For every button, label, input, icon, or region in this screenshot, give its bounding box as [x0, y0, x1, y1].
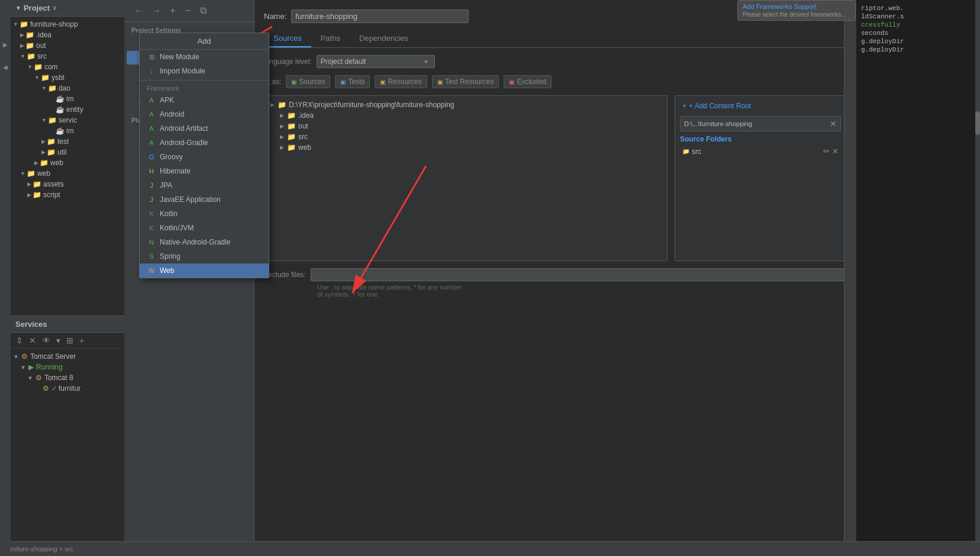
- tree-assets[interactable]: ▶ 📁 assets: [11, 179, 134, 189]
- source-folders-section: Source Folders 📁 src ✏ ✕: [680, 135, 841, 157]
- service-tomcat8[interactable]: ▼ ⚙ Tomcat 8: [11, 372, 134, 383]
- framework-android-artifact[interactable]: A Android Artifact: [140, 121, 269, 136]
- sf-src-item: 📁 src ✏ ✕: [680, 146, 841, 157]
- services-add-btn[interactable]: +: [78, 335, 86, 346]
- ft-idea[interactable]: ▶ 📁 .idea: [268, 110, 663, 121]
- ft-idea-label: .idea: [298, 111, 314, 120]
- import-module-item[interactable]: ↓ Import Module: [140, 64, 269, 78]
- tree-root[interactable]: ▼ 📁 furniture-shopp: [11, 19, 134, 30]
- framework-spring[interactable]: S Spring: [140, 249, 269, 263]
- language-level-row: language level: Project default ▼: [264, 55, 846, 68]
- remove-button[interactable]: −: [182, 4, 193, 18]
- framework-apk[interactable]: A APK: [140, 93, 269, 107]
- tree-idea[interactable]: ▶ 📁 .idea: [11, 30, 134, 40]
- source-folders-title: Source Folders: [680, 135, 841, 143]
- notif-title: Add Frameworks Support: [743, 3, 850, 10]
- framework-android-gradle[interactable]: A Android-Gradle: [140, 136, 269, 150]
- service-tomcat-server[interactable]: ▼ ⚙ Tomcat Server: [11, 351, 134, 362]
- framework-kotlin[interactable]: K Kotlin: [140, 207, 269, 221]
- lang-label: language level:: [264, 57, 312, 66]
- tree-web-label: web: [37, 169, 50, 178]
- framework-kotlin-jvm[interactable]: K Kotlin/JVM: [140, 221, 269, 235]
- native-android-gradle-label: Native-Android-Gradle: [160, 238, 230, 246]
- ft-web[interactable]: ▶ 📁 web: [268, 142, 663, 153]
- console-line-1: riptor.web.: [861, 5, 975, 12]
- mark-as-excluded-btn[interactable]: ▣ Excluded: [504, 75, 551, 88]
- mark-as-tests-btn[interactable]: ▣ Tests: [335, 75, 370, 88]
- left-icon-btn-1[interactable]: ▶: [1, 36, 9, 53]
- dialog-right-panel: Name: Sources Paths Dependencies languag…: [254, 0, 856, 556]
- ft-root[interactable]: ▶ 📁 D:\YRX\project\furniture-shopping\fu…: [268, 99, 663, 110]
- tree-ysbt[interactable]: ▼ 📁 ysbt: [11, 72, 134, 83]
- apk-icon: A: [147, 95, 156, 105]
- kotlin-icon: K: [147, 209, 156, 218]
- tab-paths[interactable]: Paths: [311, 30, 350, 47]
- service-furnitur[interactable]: ⚙ ✓ furnitur: [11, 383, 134, 394]
- tree-servic[interactable]: ▼ 📁 servic: [11, 115, 134, 126]
- add-menu-title: Add: [140, 33, 269, 50]
- tree-util[interactable]: ▶ 📁 util: [11, 147, 134, 158]
- framework-section-label: Framework: [140, 82, 269, 93]
- service-running[interactable]: ▼ ▶ Running: [11, 362, 134, 372]
- left-icon-btn-2[interactable]: ◀: [1, 58, 9, 76]
- breadcrumb-text: furniture-shopping > src: [5, 545, 73, 552]
- hibernate-icon: H: [147, 166, 156, 176]
- framework-android[interactable]: A Android: [140, 107, 269, 121]
- mark-as-resources-btn[interactable]: ▣ Resources: [375, 75, 427, 88]
- add-content-root-btn[interactable]: + + Add Content Root: [680, 101, 753, 111]
- tree-test[interactable]: ▶ 📁 test: [11, 136, 134, 147]
- tree-entity[interactable]: ☕ entity: [11, 104, 134, 115]
- mark-as-test-resources-btn[interactable]: ▣ Test Resources: [432, 75, 499, 88]
- tree-servic-im[interactable]: ☕ im: [11, 126, 134, 136]
- right-scrollbar[interactable]: [975, 0, 980, 556]
- tab-dependencies[interactable]: Dependencies: [350, 30, 418, 47]
- tab-sources[interactable]: Sources: [264, 30, 311, 47]
- services-expand-btn[interactable]: ⇕: [14, 335, 25, 346]
- tree-dao[interactable]: ▼ 📁 dao: [11, 83, 134, 94]
- services-filter-btn[interactable]: ▾: [54, 335, 62, 346]
- add-menu: Add ⊞ New Module ↓ Import Module Framewo…: [139, 33, 269, 278]
- project-panel-arrow: ∨: [52, 4, 57, 12]
- framework-jpa[interactable]: J JPA: [140, 178, 269, 192]
- groovy-label: Groovy: [160, 153, 183, 161]
- tree-script[interactable]: ▶ 📁 script: [11, 189, 134, 200]
- services-close-btn[interactable]: ✕: [27, 335, 38, 346]
- tree-web[interactable]: ▼ 📁 web: [11, 168, 134, 179]
- tree-dao-im[interactable]: ☕ im: [11, 94, 134, 104]
- tree-src[interactable]: ▼ 📁 src: [11, 51, 134, 62]
- dialog-toolbar: ← → + − ⧉: [124, 0, 254, 22]
- project-panel-header: ▼ Project ∨: [11, 0, 134, 17]
- copy-button[interactable]: ⧉: [197, 4, 209, 18]
- framework-native-android-gradle[interactable]: N Native-Android-Gradle: [140, 235, 269, 249]
- framework-groovy[interactable]: G Groovy: [140, 150, 269, 164]
- ft-src[interactable]: ▶ 📁 src: [268, 131, 663, 142]
- module-name-input[interactable]: [291, 9, 469, 23]
- services-eye-btn[interactable]: 👁: [40, 335, 52, 346]
- sf-edit-btn[interactable]: ✏: [823, 147, 830, 156]
- exclude-input[interactable]: [311, 268, 846, 281]
- framework-web[interactable]: W Web: [140, 263, 269, 278]
- back-button[interactable]: ←: [131, 4, 146, 17]
- forward-button[interactable]: →: [149, 4, 163, 17]
- framework-javaee[interactable]: J JavaEE Application: [140, 192, 269, 207]
- content-root-path-box: D:\...\furniture-shopping ✕: [680, 116, 841, 131]
- mark-as-sources-btn[interactable]: ▣ Sources: [286, 75, 330, 88]
- tree-web-src[interactable]: ▶ 📁 web: [11, 158, 134, 168]
- content-root-close-btn[interactable]: ✕: [830, 119, 837, 128]
- tree-com[interactable]: ▼ 📁 com: [11, 62, 134, 72]
- add-button[interactable]: +: [167, 4, 178, 18]
- tree-out[interactable]: ▶ 📁 out: [11, 40, 134, 51]
- exclude-section: Exclude files: Use ; to separate name pa…: [264, 268, 846, 298]
- breadcrumb-bar: furniture-shopping > src: [0, 541, 980, 556]
- sf-delete-btn[interactable]: ✕: [832, 147, 839, 156]
- new-module-item[interactable]: ⊞ New Module: [140, 50, 269, 64]
- ft-out[interactable]: ▶ 📁 out: [268, 121, 663, 131]
- new-module-label: New Module: [160, 53, 199, 61]
- framework-hibernate[interactable]: H Hibernate: [140, 164, 269, 178]
- web-label: Web: [160, 266, 174, 275]
- services-layout-btn[interactable]: ⊞: [65, 335, 75, 346]
- services-header: Services: [11, 316, 134, 333]
- notification-popup: Add Frameworks Support Please select the…: [737, 0, 856, 21]
- project-chevron: ▼: [15, 5, 21, 11]
- language-level-select[interactable]: Project default: [317, 55, 435, 68]
